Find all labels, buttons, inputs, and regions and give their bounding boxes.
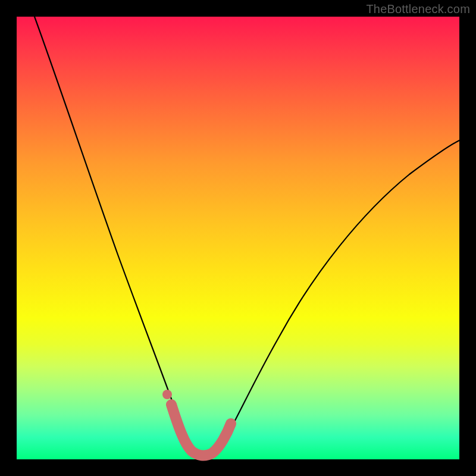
watermark-text: TheBottleneck.com [366, 2, 470, 16]
optimal-zone-marker [171, 405, 231, 455]
chart-plot-area [17, 17, 459, 459]
bottleneck-curve-svg [17, 17, 459, 459]
optimal-zone-start-dot [162, 390, 172, 399]
bottleneck-curve [35, 17, 459, 456]
